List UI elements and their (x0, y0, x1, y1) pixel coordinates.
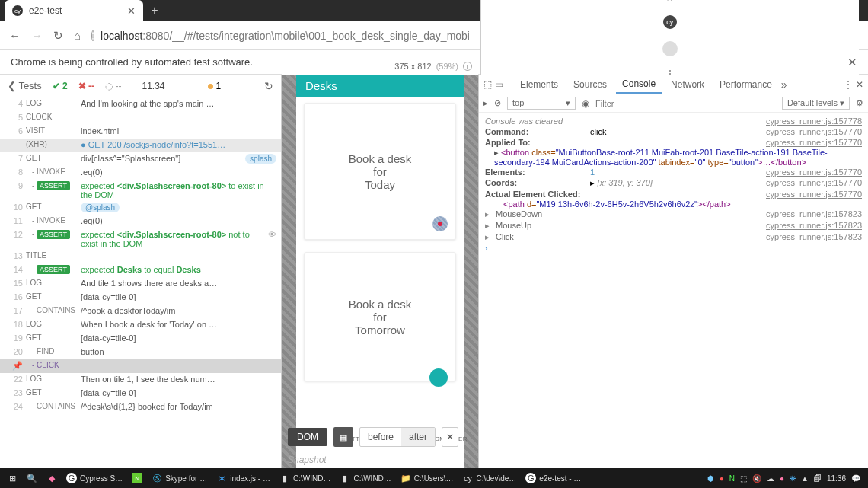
search-button[interactable]: 🔍 (23, 470, 41, 486)
tab-sources[interactable]: Sources (567, 76, 613, 93)
log-row[interactable]: 24- CONTAINS/^desk\s\d{1,2} booked for T… (0, 400, 281, 414)
console-prompt[interactable]: › (485, 244, 488, 253)
url-field[interactable]: i localhost:8080/__/#/tests/integration\… (91, 30, 469, 42)
log-row[interactable]: 18LOGWhen I book a desk for 'Today' on … (0, 318, 281, 332)
console-output[interactable]: Console was clearedcypress_runner.js:157… (479, 113, 868, 468)
tray-notifications-icon[interactable]: 💬 (851, 474, 860, 483)
clicked-element[interactable]: <path d="M19 13h-6v6h-2v-6H5v-2h6V5h2v6h… (503, 199, 862, 209)
taskbar-app[interactable]: ▮C:\WIND… (336, 470, 394, 486)
fab-today[interactable] (432, 216, 448, 231)
context-select[interactable]: top▾ (507, 97, 576, 110)
taskbar-app[interactable]: ⋈index.js - … (212, 470, 274, 486)
site-info-icon[interactable]: i (91, 30, 94, 41)
log-row[interactable]: 13TITLE (0, 250, 281, 263)
log-row[interactable]: 23GET[data-cy=tile-0] (0, 387, 281, 400)
log-row[interactable]: 22LOGThen on tile 1, I see the desk num… (0, 373, 281, 387)
warning-badge[interactable]: 1 (208, 81, 221, 91)
log-row[interactable]: 16GET[data-cy=tile-0] (0, 291, 281, 305)
tray-icon[interactable]: ● (720, 474, 724, 483)
taskbar-app[interactable]: 📁C:\Users\… (397, 470, 458, 486)
tray-icon[interactable]: ❋ (790, 474, 796, 483)
live-expr-icon[interactable]: ◉ (582, 98, 589, 109)
browser-tab[interactable]: cy e2e-test ✕ (5, 0, 143, 21)
forward-icon[interactable]: → (31, 29, 43, 42)
log-row[interactable]: 14- ASSERTexpected Desks to equal Desks (0, 263, 281, 277)
log-row[interactable]: (XHR)● GET 200 /sockjs-node/info?t=1551… (0, 139, 281, 152)
tray-icon[interactable]: 🗐 (814, 474, 822, 483)
after-button[interactable]: after (401, 428, 435, 446)
tray-clock[interactable]: 11:36 (827, 474, 846, 483)
tray-icon[interactable]: 🔇 (752, 474, 761, 483)
star-icon[interactable]: ☆ (665, 0, 674, 3)
log-row[interactable]: 6VISITindex.html (0, 125, 281, 139)
inspect-icon[interactable]: ⬚ (483, 79, 492, 90)
taskbar-app[interactable]: ⓈSkype for … (148, 470, 211, 486)
device-icon[interactable]: ▭ (495, 79, 503, 90)
close-tab-icon[interactable]: ✕ (127, 5, 136, 17)
taskbar[interactable]: ⊞ 🔍 ◆ GCypress S… N ⓈSkype for … ⋈index.… (0, 468, 868, 488)
event-mouseup[interactable]: MouseUpcypress_runner.js:157823 (485, 220, 862, 231)
reload-icon[interactable]: ↻ (53, 29, 63, 43)
tab-elements[interactable]: Elements (514, 76, 564, 93)
taskbar-app[interactable]: Ge2e-test - … (522, 470, 585, 486)
log-row[interactable]: 15LOGAnd tile 1 shows there are desks a… (0, 277, 281, 291)
cypress-sidebar: ❮ Tests ✔ 2 ✖ -- ◌ -- 11.34 1 ↻ 4LOGAnd … (0, 75, 282, 468)
log-row[interactable]: 📌- CLICK (0, 359, 281, 373)
before-button[interactable]: before (360, 428, 401, 446)
close-snapshot-icon[interactable]: ✕ (442, 427, 458, 447)
log-row[interactable]: 4LOGAnd I'm looking at the app's main … (0, 97, 281, 111)
settings-icon[interactable]: ⚙ (856, 98, 863, 108)
event-click[interactable]: Clickcypress_runner.js:157823 (485, 231, 862, 243)
filter-input[interactable] (595, 99, 776, 108)
tab-console[interactable]: Console (616, 75, 662, 94)
taskbar-app[interactable]: N (128, 470, 146, 486)
log-row[interactable]: 10GET@splash (0, 201, 281, 215)
command-log[interactable]: 4LOGAnd I'm looking at the app's main …5… (0, 97, 281, 468)
more-tabs-icon[interactable]: » (781, 78, 787, 91)
dom-button[interactable]: DOM (288, 428, 327, 446)
new-tab-icon[interactable]: + (143, 4, 165, 18)
cypress-ext-icon[interactable]: cy (663, 15, 677, 29)
highlight-button[interactable]: ▦ (333, 427, 353, 447)
clear-console-icon[interactable]: ⊘ (494, 98, 501, 108)
close-infobar-icon[interactable]: ✕ (847, 56, 857, 69)
tile-today[interactable]: Book a desk for Today (304, 103, 456, 240)
tray-icon[interactable]: N (729, 474, 735, 483)
event-mousedown[interactable]: MouseDowncypress_runner.js:157823 (485, 209, 862, 220)
log-row[interactable]: 9- ASSERTexpected <div.Splashscreen-root… (0, 180, 281, 201)
system-tray[interactable]: ⬢ ● N ⬚ 🔇 ☁ ● ❋ ▲ 🗐 11:36 💬 (707, 474, 865, 483)
taskbar-app[interactable]: ◆ (43, 470, 61, 486)
log-row[interactable]: 8- INVOKE.eq(0) (0, 166, 281, 180)
tab-performance[interactable]: Performance (713, 76, 778, 93)
taskbar-app[interactable]: ▮C:\WIND… (276, 470, 334, 486)
log-row[interactable]: 7GETdiv[class^="Splashscreen"]splash (0, 152, 281, 166)
tray-icon[interactable]: ⬢ (707, 474, 714, 483)
devtools-kebab-icon[interactable]: ⋮ (844, 79, 853, 90)
home-icon[interactable]: ⌂ (74, 29, 81, 42)
profile-icon[interactable] (662, 41, 678, 56)
log-row[interactable]: 12- ASSERTexpected <div.Splashscreen-roo… (0, 228, 281, 250)
log-row[interactable]: 19GET[data-cy=tile-0] (0, 332, 281, 346)
tray-icon[interactable]: ▲ (801, 474, 809, 483)
fab-tomorrow[interactable] (429, 368, 448, 387)
console-sidebar-icon[interactable]: ▸ (483, 98, 488, 108)
rerun-icon[interactable]: ↻ (264, 80, 273, 92)
log-row[interactable]: 5CLOCK (0, 111, 281, 125)
tray-icon[interactable]: ● (780, 474, 784, 483)
tile-tomorrow[interactable]: Book a desk for Tomorrow (304, 252, 456, 381)
taskbar-app[interactable]: GCypress S… (62, 470, 126, 486)
log-row[interactable]: 20- FINDbutton (0, 346, 281, 359)
back-icon[interactable]: ← (9, 29, 21, 42)
tests-link[interactable]: ❮ Tests (8, 80, 42, 91)
log-row[interactable]: 17- CONTAINS/^book a deskforToday/im (0, 305, 281, 318)
applied-element[interactable]: ▸ <button class="MuiButtonBase-root-211 … (494, 148, 862, 167)
levels-select[interactable]: Default levels ▾ (782, 97, 850, 110)
start-button[interactable]: ⊞ (3, 470, 21, 486)
devtools-close-icon[interactable]: ✕ (856, 79, 863, 90)
tray-icon[interactable]: ☁ (767, 474, 774, 483)
viewport-info-icon[interactable]: i (463, 62, 472, 71)
taskbar-app[interactable]: cyC:\dev\de… (459, 470, 521, 486)
tray-icon[interactable]: ⬚ (740, 474, 747, 483)
tab-network[interactable]: Network (665, 76, 710, 93)
log-row[interactable]: 11- INVOKE.eq(0) (0, 215, 281, 228)
